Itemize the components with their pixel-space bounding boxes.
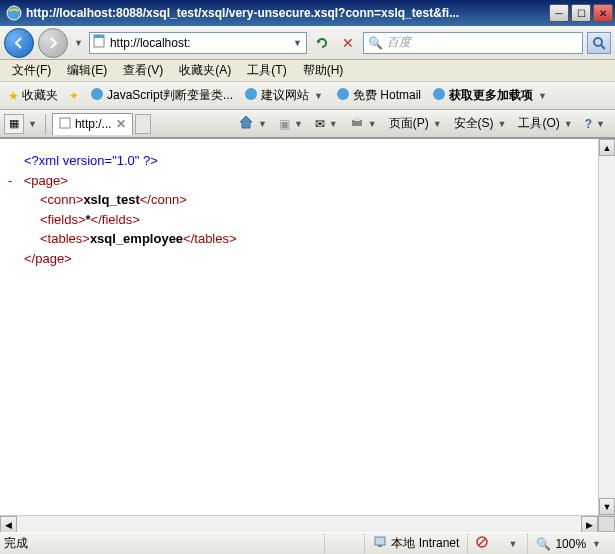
svg-line-4	[601, 45, 605, 49]
fav-more-addons[interactable]: 获取更多加载项 ▼	[428, 85, 553, 106]
new-tab-button[interactable]	[135, 114, 151, 134]
add-star-icon: ✦	[69, 89, 79, 103]
chevron-down-icon: ▼	[327, 119, 340, 129]
menu-edit[interactable]: 编辑(E)	[59, 60, 115, 81]
xml-viewer: <?xml version="1.0" ?> - <page> <conn>xs…	[0, 139, 598, 515]
tab-title: http:/...	[75, 117, 112, 131]
xml-element: <tables>xsql_employee</tables>	[40, 229, 590, 249]
scroll-down-button[interactable]: ▼	[599, 498, 615, 515]
tab-page-icon	[59, 117, 71, 132]
favorites-button[interactable]: ★ 收藏夹	[4, 85, 62, 106]
tab-close-button[interactable]: ✕	[116, 117, 126, 131]
tools-menu[interactable]: 工具(O) ▼	[514, 113, 578, 134]
svg-point-8	[433, 88, 445, 100]
help-icon: ?	[585, 117, 592, 131]
tab-list-dropdown[interactable]: ▼	[26, 119, 39, 129]
mail-button[interactable]: ✉ ▼	[311, 115, 344, 133]
quick-tabs-button[interactable]: ▦	[4, 114, 24, 134]
menu-bar: 文件(F) 编辑(E) 查看(V) 收藏夹(A) 工具(T) 帮助(H)	[0, 60, 615, 82]
xml-close-tag: </fields>	[91, 212, 140, 227]
favorites-label: 收藏夹	[22, 87, 58, 104]
print-icon	[350, 115, 364, 132]
svg-rect-11	[354, 117, 360, 121]
search-go-button[interactable]	[587, 32, 611, 54]
zoom-control[interactable]: 🔍 100% ▼	[527, 533, 611, 554]
status-empty	[324, 533, 364, 554]
menu-view[interactable]: 查看(V)	[115, 60, 171, 81]
content-area: <?xml version="1.0" ?> - <page> <conn>xs…	[0, 138, 615, 515]
svg-rect-9	[60, 118, 70, 128]
vertical-scrollbar[interactable]: ▲ ▼	[598, 139, 615, 515]
fav-js-item[interactable]: JavaScript判断变量类...	[86, 85, 237, 106]
address-bar[interactable]: ▼	[89, 32, 307, 54]
svg-line-15	[479, 539, 485, 545]
horizontal-scrollbar[interactable]: ◀ ▶	[0, 515, 615, 532]
mail-icon: ✉	[315, 117, 325, 131]
chevron-down-icon: ▼	[431, 119, 444, 129]
browser-tab[interactable]: http:/... ✕	[52, 113, 133, 135]
ie-page-icon	[432, 87, 446, 104]
chevron-down-icon: ▼	[506, 539, 519, 549]
home-button[interactable]: ▼	[234, 112, 273, 135]
xml-close-tag: </tables>	[183, 231, 237, 246]
computer-icon	[373, 535, 387, 552]
status-text: 完成	[4, 535, 324, 552]
chevron-down-icon: ▼	[256, 119, 269, 129]
nav-history-dropdown[interactable]: ▼	[72, 38, 85, 48]
address-dropdown[interactable]: ▼	[291, 38, 304, 48]
scroll-left-button[interactable]: ◀	[0, 516, 17, 533]
navigation-bar: ▼ ▼ ✕ 🔍 百度	[0, 26, 615, 60]
svg-point-7	[337, 88, 349, 100]
zone-indicator[interactable]: 本地 Intranet	[364, 533, 467, 554]
svg-rect-2	[94, 35, 104, 38]
zoom-value: 100%	[555, 537, 586, 551]
print-button[interactable]: ▼	[346, 113, 383, 134]
scroll-up-button[interactable]: ▲	[599, 139, 615, 156]
feeds-button[interactable]: ▣ ▼	[275, 115, 309, 133]
ie-page-icon	[336, 87, 350, 104]
xml-open-tag: <tables>	[40, 231, 90, 246]
menu-help[interactable]: 帮助(H)	[295, 60, 352, 81]
window-title: http://localhost:8088/xsql_test/xsql/ver…	[26, 6, 549, 20]
svg-point-6	[245, 88, 257, 100]
close-button[interactable]: ✕	[593, 4, 613, 22]
add-favorite-button[interactable]: ✦	[65, 87, 83, 105]
scroll-track[interactable]	[599, 156, 615, 498]
chevron-down-icon: ▼	[366, 119, 379, 129]
svg-point-3	[594, 38, 602, 46]
chevron-down-icon: ▼	[536, 91, 549, 101]
search-provider-icon: 🔍	[368, 36, 383, 50]
scroll-track[interactable]	[17, 516, 581, 532]
scroll-right-button[interactable]: ▶	[581, 516, 598, 533]
ie-page-icon	[244, 87, 258, 104]
xml-declaration: <?xml version="1.0" ?>	[24, 151, 590, 171]
search-box[interactable]: 🔍 百度	[363, 32, 583, 54]
protected-mode: ▼	[467, 533, 527, 554]
xml-close-tag: </page>	[24, 251, 72, 266]
maximize-button[interactable]: ☐	[571, 4, 591, 22]
address-input[interactable]	[110, 36, 291, 50]
favorites-bar: ★ 收藏夹 ✦ JavaScript判断变量类... 建议网站 ▼ 免费 Hot…	[0, 82, 615, 110]
menu-favorites[interactable]: 收藏夹(A)	[171, 60, 239, 81]
help-button[interactable]: ? ▼	[581, 115, 611, 133]
svg-point-0	[7, 6, 21, 20]
fav-suggest-label: 建议网站	[261, 87, 309, 104]
collapse-toggle[interactable]: -	[8, 171, 20, 191]
tab-bar: ▦ ▼ http:/... ✕ ▼ ▣ ▼ ✉ ▼ ▼ 页面(P) ▼ 安全(S…	[0, 110, 615, 138]
back-button[interactable]	[4, 28, 34, 58]
star-icon: ★	[8, 89, 19, 103]
minimize-button[interactable]: ─	[549, 4, 569, 22]
safety-menu[interactable]: 安全(S) ▼	[450, 113, 513, 134]
chevron-down-icon: ▼	[496, 119, 509, 129]
fav-hotmail[interactable]: 免费 Hotmail	[332, 85, 425, 106]
ie-icon	[6, 5, 22, 21]
page-icon	[92, 34, 108, 51]
refresh-button[interactable]	[311, 32, 333, 54]
rss-icon: ▣	[279, 117, 290, 131]
menu-tools[interactable]: 工具(T)	[239, 60, 294, 81]
menu-file[interactable]: 文件(F)	[4, 60, 59, 81]
fav-suggest[interactable]: 建议网站 ▼	[240, 85, 329, 106]
stop-button[interactable]: ✕	[337, 32, 359, 54]
forward-button[interactable]	[38, 28, 68, 58]
page-menu[interactable]: 页面(P) ▼	[385, 113, 448, 134]
